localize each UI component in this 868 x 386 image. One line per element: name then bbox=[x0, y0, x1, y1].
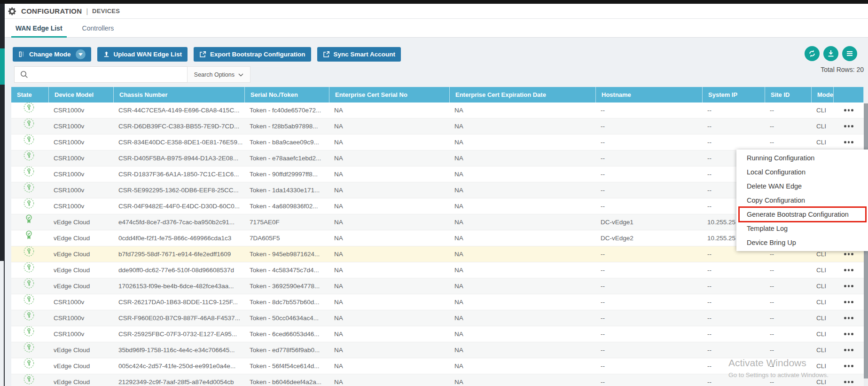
cell-cert-serial: NA bbox=[329, 294, 450, 310]
row-menu-button[interactable] bbox=[842, 363, 855, 369]
cell-cert-exp: NA bbox=[450, 166, 596, 182]
menu-item-template-log[interactable]: Template Log bbox=[736, 221, 868, 236]
table-row[interactable]: CSR1000vCSR-25925FBC-07F3-0732-E127-EA95… bbox=[11, 326, 864, 342]
cell-hostname: -- bbox=[596, 262, 703, 278]
menu-button[interactable] bbox=[842, 46, 857, 61]
cell-system-ip: -- bbox=[703, 262, 765, 278]
row-menu-button[interactable] bbox=[842, 107, 855, 113]
row-menu-button[interactable] bbox=[842, 379, 855, 385]
search-options-button[interactable]: Search Options bbox=[187, 66, 250, 83]
cell-model: CSR1000v bbox=[49, 310, 114, 326]
menu-item-device-bring-up[interactable]: Device Bring Up bbox=[736, 236, 868, 250]
menu-item-running-configuration[interactable]: Running Configuration bbox=[736, 151, 868, 165]
refresh-icon bbox=[808, 49, 816, 58]
column-header-device-model[interactable]: Device Model bbox=[49, 87, 114, 102]
table-row[interactable]: CSR1000vCSR-D1837F36-6A1A-1850-7C1C-E1C6… bbox=[11, 166, 864, 182]
column-header-system-ip[interactable]: System IP bbox=[703, 87, 765, 102]
column-header-chassis-number[interactable]: Chassis Number bbox=[114, 87, 245, 102]
tab-wan-edge-list[interactable]: WAN Edge List bbox=[16, 19, 63, 38]
row-menu-button[interactable] bbox=[842, 331, 855, 337]
cell-chassis: 005c424c-2d57-41fe-250d-ee991e0a4e... bbox=[114, 358, 245, 374]
cell-system-ip: -- bbox=[703, 118, 765, 134]
cell-model: vEdge Cloud bbox=[49, 246, 114, 262]
cell-cert-exp: NA bbox=[450, 262, 596, 278]
cell-chassis: CSR-44C7CE5A-4149-E696-C8A8-415C... bbox=[114, 102, 245, 118]
row-menu-button[interactable] bbox=[842, 267, 855, 273]
cell-cert-serial: NA bbox=[329, 246, 450, 262]
table-row[interactable]: CSR1000vCSR-D6DB39FC-C383-BB55-7E9D-7CD.… bbox=[11, 118, 864, 134]
token-state-icon bbox=[23, 326, 34, 342]
tab-controllers[interactable]: Controllers bbox=[82, 19, 114, 38]
row-menu-button[interactable] bbox=[842, 347, 855, 353]
search-input[interactable] bbox=[33, 67, 187, 82]
row-menu-button[interactable] bbox=[842, 299, 855, 305]
chevron-down-icon bbox=[238, 71, 243, 78]
column-header-enterprise-cert-serial-no[interactable]: Enterprise Cert Serial No bbox=[329, 87, 450, 102]
cell-model: CSR1000v bbox=[49, 166, 114, 182]
token-state-icon bbox=[23, 198, 34, 214]
cell-cert-exp: NA bbox=[450, 230, 596, 246]
page-header: CONFIGURATION | DEVICES bbox=[0, 4, 868, 19]
token-state-icon bbox=[23, 262, 34, 278]
cell-serial: Token - 90ffdf29997ff8... bbox=[245, 166, 329, 182]
token-state-icon bbox=[23, 150, 34, 166]
table-row[interactable]: vEdge Cloud005c424c-2d57-41fe-250d-ee991… bbox=[11, 358, 864, 374]
table-row[interactable]: vEdge Cloudb7fd7295-58df-7671-e914-6fe2e… bbox=[11, 246, 864, 262]
row-menu-button[interactable] bbox=[842, 315, 855, 321]
toolbar-button-export-bootstrap-configuration[interactable]: Export Bootstrap Configuration bbox=[194, 47, 311, 62]
row-menu-button[interactable] bbox=[842, 251, 855, 257]
menu-item-delete-wan-edge[interactable]: Delete WAN Edge bbox=[736, 179, 868, 193]
row-menu-button[interactable] bbox=[842, 283, 855, 289]
table-row[interactable]: vEdge Cloud35bd96f9-1758-116c-4e4c-e34c7… bbox=[11, 342, 864, 358]
row-menu-button[interactable] bbox=[842, 123, 855, 129]
table-row[interactable]: CSR1000vCSR-D405F5BA-B975-8944-D1A3-2E08… bbox=[11, 150, 864, 166]
change-mode-icon bbox=[18, 51, 25, 58]
table-row[interactable]: vEdge Cloud0cdd4f0e-f2f1-fe75-866c-46996… bbox=[11, 230, 864, 246]
cell-cert-serial: NA bbox=[329, 326, 450, 342]
menu-item-generate-bootstrap-configuration[interactable]: Generate Bootstrap Configuration bbox=[736, 207, 868, 221]
cell-chassis: CSR-D405F5BA-B975-8944-D1A3-2E08... bbox=[114, 150, 245, 166]
cell-mode: CLI bbox=[812, 102, 834, 118]
cell-hostname: -- bbox=[596, 182, 703, 198]
collapsed-sidebar[interactable] bbox=[0, 4, 5, 261]
column-header-actions[interactable] bbox=[834, 87, 864, 102]
toolbar-button-upload-wan-edge-list[interactable]: Upload WAN Edge List bbox=[97, 47, 188, 62]
cell-chassis: dde90ff0-dc62-77e6-510f-08d96608537d bbox=[114, 262, 245, 278]
cell-model: vEdge Cloud bbox=[49, 374, 114, 386]
cell-system-ip: -- bbox=[703, 134, 765, 150]
cell-cert-serial: NA bbox=[329, 166, 450, 182]
column-header-site-id[interactable]: Site ID bbox=[765, 87, 812, 102]
column-header-hostname[interactable]: Hostname bbox=[596, 87, 703, 102]
token-state-icon bbox=[23, 342, 34, 358]
table-row[interactable]: CSR1000vCSR-44C7CE5A-4149-E696-C8A8-415C… bbox=[11, 102, 864, 118]
column-header-mode[interactable]: Mode bbox=[812, 87, 834, 102]
menu-item-local-configuration[interactable]: Local Configuration bbox=[736, 165, 868, 179]
dropdown-caret-icon[interactable] bbox=[76, 49, 86, 59]
table-row[interactable]: CSR1000vCSR-04F9482E-44F0-E4DC-D30D-60C0… bbox=[11, 198, 864, 214]
table-row[interactable]: CSR1000vCSR-26217DA0-1B63-8DDE-11C9-125F… bbox=[11, 294, 864, 310]
cell-hostname: -- bbox=[596, 118, 703, 134]
toolbar-button-sync-smart-account[interactable]: Sync Smart Account bbox=[317, 47, 401, 62]
refresh-button[interactable] bbox=[805, 46, 820, 61]
button-label: Sync Smart Account bbox=[334, 51, 396, 58]
table-header-row: StateDevice ModelChassis NumberSerial No… bbox=[11, 87, 864, 102]
row-menu-button[interactable] bbox=[842, 139, 855, 145]
cell-mode: CLI bbox=[812, 278, 834, 294]
menu-item-copy-configuration[interactable]: Copy Configuration bbox=[736, 193, 868, 207]
toolbar-button-change-mode[interactable]: Change Mode bbox=[13, 47, 91, 62]
table-row[interactable]: vEdge Clouddde90ff0-dc62-77e6-510f-08d96… bbox=[11, 262, 864, 278]
column-header-state[interactable]: State bbox=[11, 87, 49, 102]
column-header-enterprise-cert-expiration-date[interactable]: Enterprise Cert Expiration Date bbox=[450, 87, 596, 102]
cell-actions bbox=[834, 262, 864, 278]
cell-serial: Token - 56f4f54ce614d... bbox=[245, 358, 329, 374]
table-row[interactable]: vEdge Cloud17026153-f09e-be4b-6dce-482fc… bbox=[11, 278, 864, 294]
table-row[interactable]: vEdge Cloud21292349-2c9f-7aaf-28f5-a87e4… bbox=[11, 374, 864, 386]
table-row[interactable]: CSR1000vCSR-5E992295-1362-0DB6-EEF8-25CC… bbox=[11, 182, 864, 198]
table-row[interactable]: vEdge Cloude474c5fd-8ce7-d376-7cac-ba950… bbox=[11, 214, 864, 230]
table-row[interactable]: CSR1000vCSR-F960E020-B7C9-887F-46A8-F453… bbox=[11, 310, 864, 326]
column-header-serial-no-token[interactable]: Serial No./Token bbox=[245, 87, 329, 102]
table-row[interactable]: CSR1000vCSR-834E40DC-E358-8DE1-0E81-76E5… bbox=[11, 134, 864, 150]
title-divider: | bbox=[86, 8, 88, 15]
download-button[interactable] bbox=[823, 46, 838, 61]
cell-cert-serial: NA bbox=[329, 342, 450, 358]
